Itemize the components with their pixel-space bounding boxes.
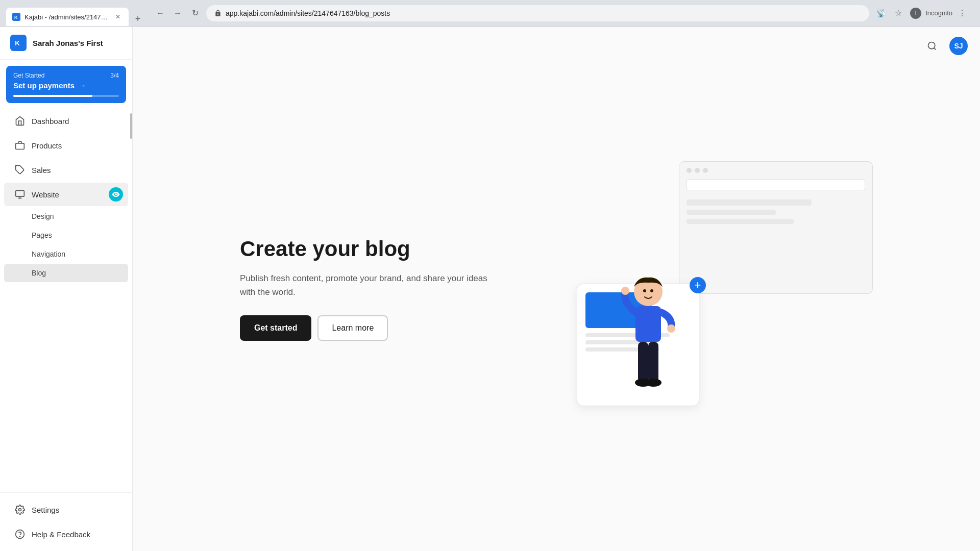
mockup-content [679,195,872,228]
products-label: Products [32,141,62,150]
svg-rect-18 [648,342,658,383]
navigation-label: Navigation [32,250,65,258]
content-left: Create your blog Publish fresh content, … [240,237,495,341]
mockup-top-bar [679,162,872,179]
svg-rect-14 [635,306,661,342]
website-sub-nav: Design Pages Navigation Blog [0,207,132,282]
reload-button[interactable]: ↻ [188,6,202,20]
sidebar-item-dashboard[interactable]: Dashboard [4,109,128,133]
app-logo: K [10,35,27,51]
sales-label: Sales [32,166,51,174]
back-button[interactable]: ← [153,6,167,20]
pages-label: Pages [32,231,52,239]
page-description: Publish fresh content, promote your bran… [240,271,495,299]
sidebar-item-sales[interactable]: Sales [4,158,128,182]
active-tab[interactable]: K Kajabi - /admin/sites/214764716... ✕ [6,8,129,26]
app-layout: K Sarah Jonas's First Get Started 3/4 Se… [0,27,980,551]
user-avatar[interactable]: SJ [949,37,968,55]
get-started-count: 3/4 [110,72,119,79]
tab-close-button[interactable]: ✕ [113,12,122,21]
settings-icon [14,504,26,515]
progress-fill [13,95,92,97]
website-badge [109,187,123,202]
svg-point-8 [19,509,21,511]
avatar-initials: SJ [954,42,963,50]
address-bar[interactable]: app.kajabi.com/admin/sites/2147647163/bl… [206,5,869,21]
app-name: Sarah Jonas's First [33,39,103,47]
svg-point-16 [667,324,675,333]
svg-point-22 [650,289,653,292]
tab-bar: K Kajabi - /admin/sites/214764716... ✕ + [6,0,145,26]
svg-text:K: K [14,15,18,20]
sidebar-item-settings[interactable]: Settings [4,498,128,521]
content-area: Create your blog Publish fresh content, … [199,161,914,416]
get-started-label: Get Started 3/4 [13,72,119,79]
mockup-dot-3 [703,168,708,173]
tab-title: Kajabi - /admin/sites/214764716... [24,13,109,21]
browser-controls: ← → ↻ [153,6,202,20]
incognito-label: Incognito [925,9,952,17]
header-actions: SJ [911,27,980,65]
sidebar-bottom: Settings Help & Feedback [0,492,132,551]
new-tab-button[interactable]: + [131,12,145,26]
page-title: Create your blog [240,237,495,261]
sidebar-scroll: Get Started 3/4 Set up payments → [0,60,132,492]
app-header: K Sarah Jonas's First [0,27,132,60]
get-started-arrow: → [79,81,86,90]
learn-more-button[interactable]: Learn more [317,315,388,341]
blog-label: Blog [32,269,46,277]
tab-favicon: K [12,13,20,21]
main-content: SJ Create your blog Publish fresh conten… [133,27,980,551]
help-label: Help & Feedback [32,530,90,539]
design-label: Design [32,212,54,220]
get-started-action-text: Set up payments [13,81,75,90]
svg-rect-17 [638,342,648,383]
box-icon [14,140,26,151]
svg-rect-5 [16,191,24,197]
sidebar-item-design[interactable]: Design [4,207,128,226]
mockup-dot-1 [687,168,692,173]
progress-bar [13,95,119,97]
svg-point-21 [643,289,646,292]
get-started-banner[interactable]: Get Started 3/4 Set up payments → [6,66,126,103]
browser-actions: 📡 ☆ I Incognito ⋮ [873,6,970,21]
cast-button[interactable]: 📡 [873,6,889,21]
add-content-button[interactable]: + [690,277,706,293]
address-bar-row: ← → ↻ app.kajabi.com/admin/sites/2147647… [149,5,974,21]
character-illustration [597,271,699,416]
sidebar: K Sarah Jonas's First Get Started 3/4 Se… [0,27,133,551]
tag-icon [14,164,26,176]
home-icon [14,115,26,127]
profile-button[interactable]: I [908,6,923,21]
search-button[interactable] [923,37,941,55]
sidebar-item-navigation[interactable]: Navigation [4,245,128,263]
svg-rect-3 [16,143,24,149]
browser-mockup [679,161,873,294]
settings-label: Settings [32,506,59,514]
bookmark-button[interactable]: ☆ [891,6,906,21]
sidebar-item-website[interactable]: Website [4,183,128,206]
sidebar-item-help[interactable]: Help & Feedback [4,522,128,546]
dashboard-label: Dashboard [32,117,69,126]
svg-text:K: K [15,39,20,47]
svg-point-11 [928,42,935,49]
help-icon [14,529,26,540]
svg-line-12 [934,48,936,50]
sidebar-item-products[interactable]: Products [4,134,128,157]
blog-illustration: + [567,161,873,416]
content-actions: Get started Learn more [240,315,495,341]
browser-chrome: K Kajabi - /admin/sites/214764716... ✕ +… [0,0,980,27]
forward-button[interactable]: → [170,6,185,20]
address-text: app.kajabi.com/admin/sites/2147647163/bl… [226,9,861,17]
main-nav: Dashboard Products Sales [0,109,132,282]
get-started-button[interactable]: Get started [240,315,311,341]
svg-point-20 [645,379,662,387]
menu-button[interactable]: ⋮ [954,6,970,21]
monitor-icon [14,189,26,200]
mockup-dot-2 [695,168,700,173]
sidebar-item-blog[interactable]: Blog [4,264,128,282]
sidebar-item-pages[interactable]: Pages [4,226,128,244]
lock-icon [214,10,222,17]
get-started-text: Get Started [13,72,44,79]
mockup-search-bar [687,179,865,190]
